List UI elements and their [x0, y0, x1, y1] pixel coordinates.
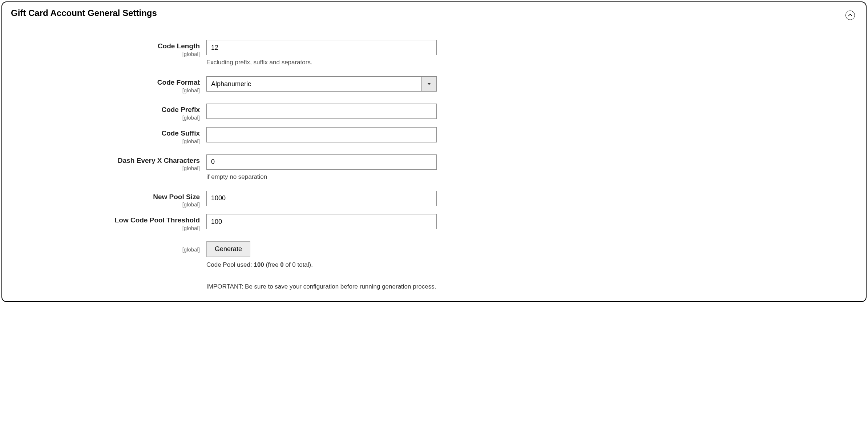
- new-pool-size-input[interactable]: [206, 191, 437, 206]
- scope-label: [global]: [11, 51, 200, 57]
- scope-label: [global]: [11, 246, 200, 253]
- collapse-toggle[interactable]: [845, 11, 855, 20]
- row-code-prefix: Code Prefix [global]: [11, 104, 857, 121]
- field-col: [200, 214, 440, 229]
- field-col: Alphanumeric: [200, 76, 440, 92]
- scope-label: [global]: [11, 225, 200, 231]
- row-generate: [global] Generate Code Pool used: 100 (f…: [11, 241, 857, 290]
- scope-label: [global]: [11, 138, 200, 144]
- low-threshold-input[interactable]: [206, 214, 437, 229]
- field-col: [200, 127, 440, 142]
- code-length-label: Code Length: [11, 42, 200, 50]
- scope-label: [global]: [11, 87, 200, 93]
- label-col: [global]: [11, 241, 200, 253]
- label-col: Code Length [global]: [11, 40, 200, 57]
- status-mid2: of 0 total).: [284, 261, 313, 268]
- label-col: Code Format [global]: [11, 76, 200, 93]
- important-note: IMPORTANT: Be sure to save your configur…: [206, 283, 440, 290]
- row-code-suffix: Code Suffix [global]: [11, 127, 857, 144]
- settings-panel: Gift Card Account General Settings Code …: [1, 1, 867, 302]
- field-col: Excluding prefix, suffix and separators.: [200, 40, 440, 66]
- low-threshold-label: Low Code Pool Threshold: [11, 216, 200, 224]
- field-col: Generate Code Pool used: 100 (free 0 of …: [200, 241, 440, 290]
- dash-every-helper: if empty no separation: [206, 173, 440, 181]
- label-col: Dash Every X Characters [global]: [11, 154, 200, 172]
- code-prefix-input[interactable]: [206, 104, 437, 119]
- row-code-length: Code Length [global] Excluding prefix, s…: [11, 40, 857, 66]
- label-col: New Pool Size [global]: [11, 191, 200, 208]
- scope-label: [global]: [11, 165, 200, 171]
- row-low-threshold: Low Code Pool Threshold [global]: [11, 214, 857, 231]
- panel-header: Gift Card Account General Settings: [11, 7, 857, 22]
- field-col: if empty no separation: [200, 154, 440, 181]
- status-prefix: Code Pool used:: [206, 261, 254, 268]
- label-col: Low Code Pool Threshold [global]: [11, 214, 200, 231]
- chevron-up-icon: [848, 14, 852, 17]
- dash-every-label: Dash Every X Characters: [11, 157, 200, 165]
- scope-label: [global]: [11, 114, 200, 121]
- code-suffix-label: Code Suffix: [11, 129, 200, 137]
- code-length-helper: Excluding prefix, suffix and separators.: [206, 59, 440, 66]
- status-mid1: (free: [264, 261, 280, 268]
- field-col: [200, 104, 440, 119]
- code-format-select[interactable]: Alphanumeric: [206, 76, 437, 92]
- label-col: Code Suffix [global]: [11, 127, 200, 144]
- scope-label: [global]: [11, 201, 200, 208]
- new-pool-size-label: New Pool Size: [11, 193, 200, 201]
- code-pool-status: Code Pool used: 100 (free 0 of 0 total).: [206, 261, 440, 269]
- generate-button[interactable]: Generate: [206, 241, 250, 257]
- panel-title: Gift Card Account General Settings: [11, 7, 157, 22]
- status-free: 0: [280, 261, 283, 268]
- code-prefix-label: Code Prefix: [11, 106, 200, 114]
- dash-every-input[interactable]: [206, 154, 437, 170]
- code-format-select-wrap: Alphanumeric: [206, 76, 437, 92]
- code-suffix-input[interactable]: [206, 127, 437, 142]
- row-new-pool-size: New Pool Size [global]: [11, 191, 857, 208]
- status-used: 100: [254, 261, 264, 268]
- form-body: Code Length [global] Excluding prefix, s…: [11, 22, 857, 290]
- row-code-format: Code Format [global] Alphanumeric: [11, 76, 857, 93]
- field-col: [200, 191, 440, 206]
- row-dash-every: Dash Every X Characters [global] if empt…: [11, 154, 857, 181]
- code-format-label: Code Format: [11, 78, 200, 86]
- label-col: Code Prefix [global]: [11, 104, 200, 121]
- code-length-input[interactable]: [206, 40, 437, 55]
